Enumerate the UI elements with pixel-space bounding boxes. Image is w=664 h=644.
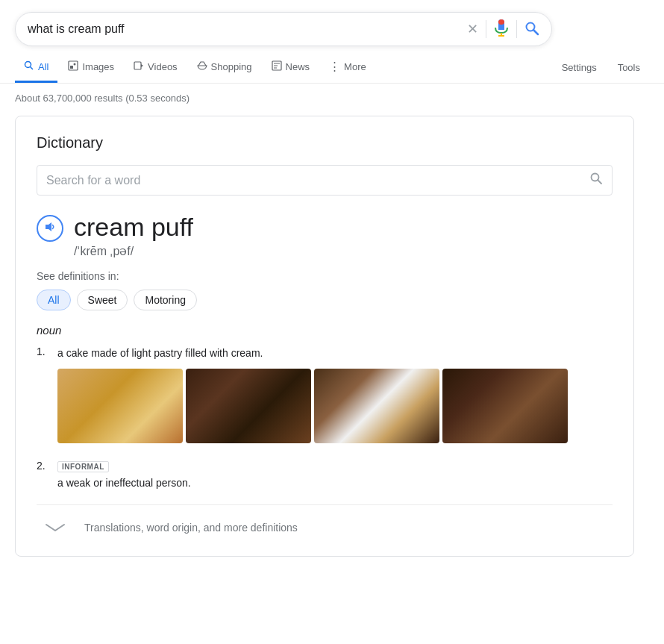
- word-entry: cream puff /ˈkrēm ˌpəf/: [37, 212, 613, 258]
- cream-puff-image-4[interactable]: [442, 369, 568, 443]
- tab-shopping-label: Shopping: [211, 61, 252, 72]
- def-num-2: 2.: [37, 460, 51, 472]
- word-search-icon: [589, 172, 603, 189]
- cream-puff-image-2[interactable]: [186, 369, 311, 443]
- videos-icon: [134, 60, 144, 73]
- news-icon: [272, 60, 282, 73]
- definition-images: [57, 369, 613, 443]
- tab-images-label: Images: [82, 61, 114, 72]
- def-text-2: a weak or ineffectual person.: [57, 475, 613, 491]
- tab-news[interactable]: News: [263, 53, 319, 83]
- images-icon: [68, 60, 78, 73]
- svg-rect-2: [498, 25, 504, 30]
- tab-videos[interactable]: Videos: [125, 53, 187, 83]
- search-bar[interactable]: what is cream puff ✕: [15, 12, 552, 46]
- speaker-button[interactable]: [37, 215, 63, 242]
- tab-images[interactable]: Images: [59, 53, 123, 83]
- svg-rect-9: [69, 61, 78, 70]
- cream-puff-image-1[interactable]: [57, 369, 183, 443]
- nav-tabs: All Images Videos Shopping News ⋮ More S…: [0, 46, 664, 84]
- part-of-speech: noun: [37, 324, 613, 337]
- tab-shopping[interactable]: Shopping: [188, 53, 261, 83]
- results-count: About 63,700,000 results (0.53 seconds): [0, 84, 664, 110]
- word-main: cream puff /ˈkrēm ˌpəf/: [74, 212, 193, 258]
- see-defs-label: See definitions in:: [37, 270, 613, 282]
- svg-marker-13: [141, 64, 143, 67]
- def-text-1: a cake made of light pastry filled with …: [57, 346, 613, 361]
- tab-all[interactable]: All: [15, 53, 57, 83]
- search-query-text: what is cream puff: [28, 22, 467, 36]
- svg-point-11: [74, 63, 76, 65]
- svg-point-7: [25, 61, 31, 67]
- informal-badge: INFORMAL: [57, 461, 109, 472]
- word-headword: cream puff: [74, 212, 193, 243]
- definitions-list: 1. a cake made of light pastry filled wi…: [37, 346, 613, 491]
- search-submit-icon[interactable]: [524, 21, 539, 38]
- more-dots-icon: ⋮: [329, 60, 340, 73]
- chevron-down-icon: [37, 517, 74, 538]
- dictionary-card: Dictionary Search for a word cream puff …: [15, 116, 634, 557]
- shopping-icon: [197, 60, 207, 73]
- tab-more-label: More: [344, 61, 366, 72]
- tag-all[interactable]: All: [37, 290, 71, 310]
- tab-all-label: All: [38, 61, 48, 72]
- tag-sweet[interactable]: Sweet: [77, 290, 128, 310]
- dictionary-title: Dictionary: [37, 134, 613, 151]
- svg-rect-1: [498, 19, 504, 25]
- tab-news-label: News: [286, 61, 310, 72]
- svg-rect-12: [134, 62, 141, 69]
- settings-button[interactable]: Settings: [553, 54, 606, 81]
- word-pronunciation: /ˈkrēm ˌpəf/: [74, 244, 193, 258]
- search-bar-icons: ✕: [467, 19, 539, 40]
- svg-line-8: [31, 66, 34, 69]
- search-bar-area: what is cream puff ✕: [0, 0, 664, 46]
- tab-more[interactable]: ⋮ More: [320, 52, 375, 83]
- definition-item-2: 2. INFORMAL a weak or ineffectual person…: [37, 460, 613, 491]
- svg-line-6: [533, 30, 538, 34]
- svg-line-19: [598, 180, 601, 184]
- tools-button[interactable]: Tools: [609, 54, 649, 81]
- more-defs-label: Translations, word origin, and more defi…: [84, 522, 298, 534]
- search-divider: [486, 20, 486, 38]
- word-search-box[interactable]: Search for a word: [37, 165, 613, 196]
- clear-search-icon[interactable]: ✕: [467, 21, 478, 37]
- def-num-1: 1.: [37, 346, 51, 357]
- definition-tags: All Sweet Motoring: [37, 290, 613, 310]
- tab-videos-label: Videos: [148, 61, 178, 72]
- speaker-icon: [44, 221, 56, 236]
- voice-search-icon[interactable]: [494, 19, 509, 40]
- def-content-1: a cake made of light pastry filled with …: [57, 346, 613, 446]
- search-divider2: [516, 20, 517, 38]
- more-definitions-footer[interactable]: Translations, word origin, and more defi…: [37, 504, 613, 538]
- tag-motoring[interactable]: Motoring: [134, 290, 196, 310]
- def-content-2: INFORMAL a weak or ineffectual person.: [57, 460, 613, 491]
- definition-item-1: 1. a cake made of light pastry filled wi…: [37, 346, 613, 446]
- nav-right-actions: Settings Tools: [553, 54, 649, 81]
- svg-rect-10: [70, 66, 73, 69]
- word-search-placeholder[interactable]: Search for a word: [46, 174, 589, 187]
- all-icon: [24, 60, 34, 73]
- svg-marker-20: [46, 222, 51, 231]
- cream-puff-image-3[interactable]: [314, 369, 439, 443]
